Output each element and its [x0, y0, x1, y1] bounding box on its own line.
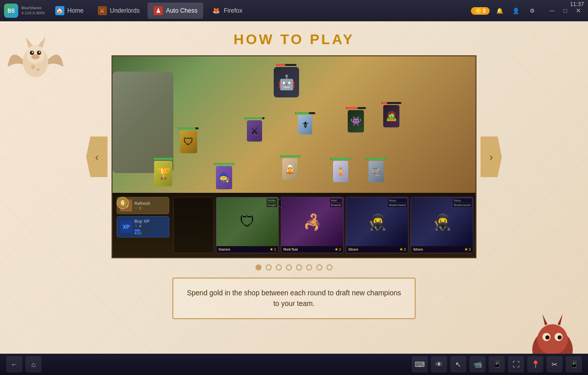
buyxp-label: Buy XP: [134, 219, 150, 224]
taskbar: BS BlueStacks 4.110.0.3002 🏠 Home ⚔ Unde…: [0, 0, 588, 21]
shen2-trait-2: Blademaster: [453, 203, 472, 207]
battle-area: 🤖 🛡 ⚔: [113, 56, 475, 193]
reksai-footer: Rek'Sai ★ 2: [281, 246, 343, 253]
garen-traits: Noble Knight: [267, 198, 277, 207]
bench-fighter-2: 🧙: [214, 163, 234, 189]
svg-point-8: [31, 54, 40, 59]
buyxp-cost: ♢ 4: [134, 224, 150, 228]
eye-button[interactable]: 👁: [431, 356, 447, 372]
ally-fighter-3: 🗡: [295, 112, 315, 134]
bench-fighter-5: 🏹: [366, 158, 386, 182]
reksai-traits: Void Brawler: [330, 198, 342, 207]
svg-marker-17: [542, 314, 547, 325]
xp-icon: XP: [120, 221, 132, 233]
tab-home[interactable]: 🏠 Home: [49, 3, 90, 19]
bench-fighter-1: 🏆: [153, 158, 173, 186]
dot-6[interactable]: [306, 264, 312, 270]
restore-button[interactable]: □: [560, 5, 571, 16]
tab-firefox[interactable]: 🦊 Firefox: [205, 3, 248, 19]
carousel-prev-button[interactable]: ‹: [86, 137, 107, 177]
cursor-button[interactable]: ↖: [450, 356, 466, 372]
shen-portrait: 🥷 Ninja Blademaster: [346, 197, 408, 246]
settings-icon[interactable]: ⚙: [526, 5, 538, 17]
gold-display: 🪙 0: [471, 7, 490, 15]
shop-card-0[interactable]: 🛡 Noble Knight Garen ★ 1: [216, 197, 279, 253]
keyboard-button[interactable]: ⌨: [412, 356, 428, 372]
description-text: Spend gold in the shop between each roun…: [186, 288, 402, 309]
xp-progress: 4/10: [134, 231, 150, 235]
main-content: HOW TO PLAY ‹: [0, 21, 588, 375]
shen-traits: Ninja Blademaster: [388, 198, 407, 207]
underlords-tab-label: Underlords: [110, 7, 140, 14]
back-button[interactable]: ←: [6, 356, 22, 372]
account-icon[interactable]: 👤: [510, 5, 522, 17]
home-button[interactable]: ⌂: [25, 356, 42, 372]
carousel-slide: 🤖 🛡 ⚔: [112, 55, 476, 258]
dot-5[interactable]: [296, 264, 302, 270]
garen-name: Garen: [218, 247, 230, 252]
star-icon-2: ★: [399, 247, 403, 252]
map-button[interactable]: 📍: [527, 356, 543, 372]
enemy-fighter-1: 🤖: [274, 64, 299, 97]
shop-card-2[interactable]: 🥷 Ninja Blademaster Shen ★ 2: [346, 197, 409, 253]
chevron-right-icon: ›: [490, 151, 493, 163]
dot-7[interactable]: [316, 264, 322, 270]
shop-card-1[interactable]: 🦂 Void Brawler Rek'Sai ★ 2: [281, 197, 344, 253]
bluestacks-icon: BS: [4, 4, 18, 18]
chevron-left-icon: ‹: [95, 151, 99, 163]
empty-shop-slot: [173, 197, 214, 253]
fullscreen-button[interactable]: ⛶: [508, 356, 524, 372]
svg-point-15: [545, 335, 549, 339]
buyxp-info: Buy XP ♢ 4 4/10: [134, 219, 150, 235]
garen-cost: ★ 1: [270, 247, 276, 252]
shop-cards: 🛡 Noble Knight Garen ★ 1: [214, 193, 475, 257]
buyxp-button[interactable]: XP Buy XP ♢ 4 4/10: [117, 216, 169, 237]
star-icon-0: ★: [270, 247, 273, 252]
star-icon-3: ★: [464, 247, 468, 252]
firefox-tab-label: Firefox: [224, 7, 242, 14]
creature-decoration-top-left: [5, 26, 66, 87]
svg-point-5: [37, 51, 41, 55]
shen-name: Shen: [348, 247, 358, 252]
dot-1[interactable]: [255, 264, 262, 270]
svg-point-14: [555, 333, 563, 341]
home-tab-icon: 🏠: [55, 6, 64, 15]
garen-trait-1: Noble: [267, 198, 277, 202]
underlords-tab-icon: ⚔: [98, 6, 107, 15]
reksai-cost: ★ 2: [335, 247, 341, 252]
phone-button[interactable]: 📱: [566, 356, 582, 372]
garen-portrait: 🛡 Noble Knight: [216, 197, 278, 246]
dot-8[interactable]: [326, 264, 333, 270]
minimize-button[interactable]: ─: [546, 5, 558, 16]
shen2-cost: ★ 2: [464, 247, 471, 252]
shen-trait-1: Ninja: [388, 198, 407, 202]
notification-bell[interactable]: 🔔: [494, 5, 506, 17]
gold-amount: 0: [483, 8, 486, 14]
taskbar-right: 🪙 0 🔔 👤 ⚙ ─ □ ✕: [471, 5, 584, 17]
video-button[interactable]: 📹: [469, 356, 486, 372]
gold-coin-icon: 🪙: [475, 8, 481, 14]
autochess-tab-label: Auto Chess: [166, 7, 197, 14]
dot-3[interactable]: [276, 264, 282, 270]
shen2-trait-1: Ninja: [453, 198, 472, 202]
shen-cost: ★ 2: [399, 247, 406, 252]
svg-point-7: [39, 52, 41, 53]
shen2-footer: Shen ★ 2: [411, 246, 473, 253]
tab-autochess[interactable]: ♟ Auto Chess: [148, 3, 203, 19]
carousel-next-button[interactable]: ›: [481, 137, 502, 177]
enemy-fighter-3: 🧟: [381, 102, 401, 127]
dot-4[interactable]: [286, 264, 292, 270]
shen-trait-2: Blademaster: [388, 203, 407, 207]
app-version: BlueStacks 4.110.0.3002: [21, 6, 45, 15]
star-icon-1: ★: [335, 247, 338, 252]
scissors-button[interactable]: ✂: [546, 356, 563, 372]
svg-point-6: [32, 52, 33, 53]
dot-2[interactable]: [266, 264, 272, 270]
shop-card-3[interactable]: 🥷 Ninja Blademaster Shen ★ 2: [411, 197, 473, 253]
reksai-name: Rek'Sai: [283, 247, 298, 252]
shen2-portrait: 🥷 Ninja Blademaster: [411, 197, 473, 246]
page-title: HOW TO PLAY: [234, 31, 354, 48]
carousel-container: ‹ 🤖: [112, 55, 476, 258]
tab-underlords[interactable]: ⚔ Underlords: [92, 3, 146, 19]
screen-button[interactable]: 📱: [489, 356, 505, 372]
